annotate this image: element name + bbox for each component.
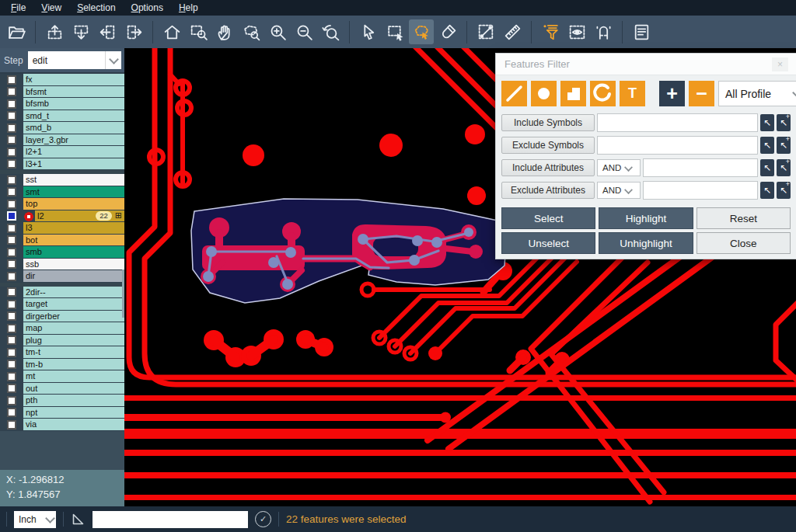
unselect-button[interactable]: Unselect xyxy=(501,232,595,254)
units-dropdown[interactable]: Inch xyxy=(14,511,56,528)
layer-visibility-checkbox[interactable] xyxy=(0,222,23,235)
layer-visibility-checkbox[interactable] xyxy=(0,419,23,431)
zoom-polygon-button[interactable] xyxy=(239,19,264,44)
layer-visibility-checkbox[interactable] xyxy=(0,98,23,110)
zoom-area-button[interactable] xyxy=(186,19,211,44)
highlight-button[interactable]: Highlight xyxy=(599,207,693,229)
pan-down-button[interactable] xyxy=(68,19,93,44)
layer-visibility-checkbox[interactable] xyxy=(0,370,23,383)
layer-row[interactable]: npt xyxy=(0,407,124,419)
layer-visibility-checkbox[interactable] xyxy=(0,287,23,299)
zoom-home-button[interactable] xyxy=(159,19,184,44)
layer-name[interactable]: npt xyxy=(23,407,124,419)
layer-visibility-checkbox[interactable] xyxy=(0,246,23,259)
layer-row[interactable]: fx xyxy=(0,74,124,86)
layer-name[interactable]: mt xyxy=(23,370,124,383)
close-button[interactable]: Close xyxy=(696,232,791,254)
layer-name[interactable]: top xyxy=(23,198,124,210)
exclude-symbols-button[interactable]: Exclude Symbols xyxy=(501,137,595,154)
clear-selection-button[interactable] xyxy=(435,19,460,44)
measure-ruler-button[interactable] xyxy=(500,19,525,44)
layer-row[interactable]: plug xyxy=(0,335,124,347)
layer-row[interactable]: sst xyxy=(0,174,124,186)
layer-visibility-checkbox[interactable] xyxy=(0,110,23,123)
pick-add-symbol-button[interactable]: ↖ xyxy=(777,137,791,154)
include-attributes-input[interactable] xyxy=(643,158,758,177)
layer-row[interactable]: l3+1 xyxy=(0,158,124,171)
layer-row[interactable]: smb xyxy=(0,246,124,259)
pick-add-symbol-button[interactable]: ↖ xyxy=(777,114,791,131)
layer-name[interactable]: l3 xyxy=(23,222,124,235)
filter-arc-button[interactable] xyxy=(590,81,616,106)
select-rectangle-button[interactable] xyxy=(382,19,407,44)
layer-name[interactable]: tm-b xyxy=(23,359,124,371)
exclude-symbols-input[interactable] xyxy=(597,136,758,155)
pick-attribute-button[interactable]: ↖ xyxy=(760,182,774,199)
profile-dropdown[interactable]: All Profile xyxy=(718,81,796,106)
layer-visibility-checkbox[interactable] xyxy=(0,311,23,323)
layer-name[interactable]: l2+1 xyxy=(23,146,124,158)
menu-item-selection[interactable]: Selection xyxy=(69,0,123,16)
layer-row[interactable]: smt xyxy=(0,186,124,199)
filter-text-button[interactable]: T xyxy=(620,81,645,106)
menu-item-help[interactable]: Help xyxy=(171,0,206,16)
layer-name[interactable]: l3+1 xyxy=(23,158,124,171)
layer-row[interactable]: tm-b xyxy=(0,359,124,371)
layer-name[interactable]: smb xyxy=(23,246,124,259)
layer-row[interactable]: pth xyxy=(0,395,124,407)
layer-row[interactable]: bfsmb xyxy=(0,98,124,110)
menu-item-view[interactable]: View xyxy=(33,0,69,16)
layer-row[interactable]: map xyxy=(0,322,124,335)
layer-name[interactable]: 2dir-- xyxy=(23,287,124,299)
filter-remove-mode-button[interactable]: − xyxy=(689,81,714,106)
dialog-title-bar[interactable]: Features Filter × xyxy=(496,54,796,75)
layer-row[interactable]: smd_t xyxy=(0,110,124,123)
menu-item-options[interactable]: Options xyxy=(124,0,171,16)
layer-visibility-checkbox[interactable] xyxy=(0,322,23,335)
include-symbols-input[interactable] xyxy=(597,113,758,132)
layer-row[interactable]: tm-t xyxy=(0,346,124,359)
layer-name[interactable]: dirgerber xyxy=(23,311,124,323)
include-attributes-logic-dropdown[interactable]: AND xyxy=(597,159,641,176)
open-folder-button[interactable] xyxy=(4,19,29,44)
layer-row[interactable]: bfsmt xyxy=(0,86,124,99)
report-list-button[interactable] xyxy=(629,19,654,44)
layer-name[interactable]: via xyxy=(23,419,124,431)
layer-row[interactable]: top xyxy=(0,198,124,210)
filter-surface-button[interactable] xyxy=(560,81,586,106)
pan-left-button[interactable] xyxy=(95,19,120,44)
layer-name[interactable]: layer_3.gbr xyxy=(23,134,124,147)
layer-name[interactable]: pth xyxy=(23,395,124,407)
layer-name[interactable]: ssb xyxy=(23,259,124,271)
layer-visibility-checkbox[interactable] xyxy=(0,407,23,419)
layer-visibility-checkbox[interactable] xyxy=(0,298,23,311)
exclude-attributes-button[interactable]: Exclude Attributes xyxy=(501,182,595,199)
layer-visibility-checkbox[interactable] xyxy=(0,346,23,359)
layer-name[interactable]: l222⊞ xyxy=(35,210,124,223)
pan-right-button[interactable] xyxy=(121,19,146,44)
layer-name[interactable]: dir xyxy=(23,270,124,283)
filter-add-mode-button[interactable]: + xyxy=(659,81,685,106)
snap-mode-button[interactable] xyxy=(591,19,616,44)
layer-visibility-checkbox[interactable] xyxy=(0,86,23,99)
layer-name[interactable]: out xyxy=(23,383,124,395)
layer-visibility-checkbox[interactable] xyxy=(0,134,23,147)
layer-name[interactable]: plug xyxy=(23,335,124,347)
layer-row[interactable]: dirgerber xyxy=(0,311,124,323)
angle-corner-icon[interactable] xyxy=(71,512,86,527)
filter-line-button[interactable] xyxy=(501,81,527,106)
layer-visibility-checkbox[interactable] xyxy=(0,122,23,134)
layer-visibility-checkbox[interactable] xyxy=(0,235,23,247)
include-attributes-button[interactable]: Include Attributes xyxy=(501,159,595,176)
exclude-attributes-logic-dropdown[interactable]: AND xyxy=(597,182,641,199)
sync-check-icon[interactable]: ✓ xyxy=(255,511,271,527)
layer-row[interactable]: l2+1 xyxy=(0,146,124,158)
select-button[interactable]: Select xyxy=(501,207,595,229)
layer-name[interactable]: fx xyxy=(23,74,124,86)
view-options-button[interactable] xyxy=(564,19,589,44)
reset-button[interactable]: Reset xyxy=(696,207,791,229)
exclude-attributes-input[interactable] xyxy=(643,181,758,200)
layer-name[interactable]: tm-t xyxy=(23,346,124,359)
include-symbols-button[interactable]: Include Symbols xyxy=(501,114,595,131)
zoom-out-button[interactable] xyxy=(292,19,316,44)
